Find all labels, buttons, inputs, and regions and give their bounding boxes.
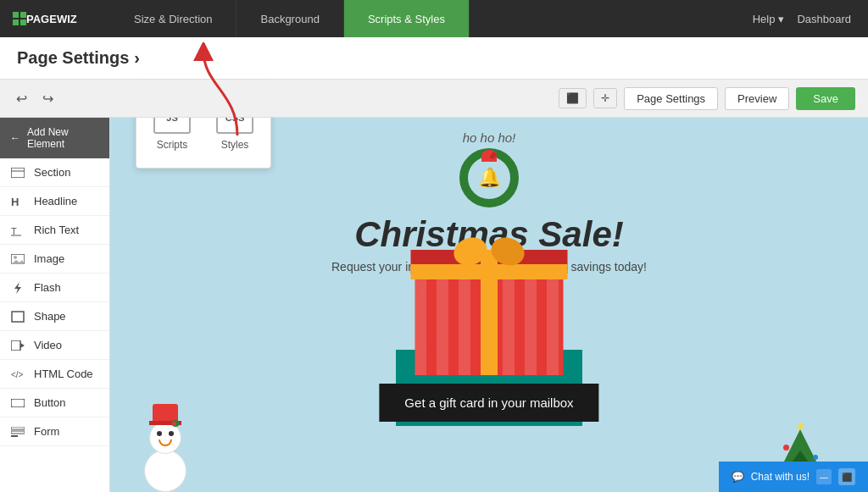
sidebar-item-flash[interactable]: Flash (0, 274, 109, 302)
bell-icon: 🔔 (478, 167, 501, 189)
crop-button[interactable]: ✛ (593, 88, 617, 108)
sidebar-item-form[interactable]: Form (0, 417, 109, 446)
top-nav: PAGEWIZ Size & Direction Background Scri… (0, 0, 868, 37)
svg-rect-5 (11, 168, 25, 178)
ho-ho-ho-text: ho ho ho! (463, 130, 516, 145)
sidebar: ← Add New Element Section H Headline T R… (0, 118, 110, 492)
sub-header: Page Settings › JS Scripts CSS Styles (0, 37, 868, 80)
chevron-down-icon: ▾ (778, 13, 784, 25)
breadcrumb-arrow: › (134, 48, 140, 68)
wreath-decoration: 🔔 (459, 148, 519, 209)
tree-star: ★ (795, 419, 806, 433)
chat-minimize-button[interactable]: — (816, 469, 832, 484)
snowman-eye-left (157, 431, 162, 436)
logo-text: PAGEWIZ (26, 13, 77, 25)
sidebar-item-shape[interactable]: Shape (0, 302, 109, 331)
svg-rect-17 (11, 399, 25, 407)
toolbar: ↩ ↪ ⬛ ✛ Page Settings Preview Save (0, 80, 868, 118)
gift-ribbon-horizontal (411, 264, 568, 279)
snowman-holly-berry (172, 422, 176, 426)
toolbar-right: ⬛ ✛ Page Settings Preview Save (559, 87, 855, 110)
main-area: ← Add New Element Section H Headline T R… (0, 118, 868, 492)
expand-icon: ⬛ (842, 473, 852, 482)
shape-icon (10, 311, 25, 323)
canvas-area: ho ho ho! 🔔 Christmas Sale! Request your… (110, 118, 868, 492)
form-icon (10, 426, 25, 438)
image-icon (10, 253, 25, 265)
svg-text:T: T (11, 226, 17, 236)
sidebar-item-rich-text[interactable]: T Rich Text (0, 216, 109, 245)
video-icon (10, 340, 25, 351)
scripts-label: Scripts (157, 139, 188, 151)
snowman (144, 422, 186, 492)
christmas-title: Christmas Sale! (354, 214, 623, 255)
add-new-element-button[interactable]: ← Add New Element (0, 118, 109, 158)
svg-rect-2 (13, 19, 19, 25)
page-settings-title: Page Settings › (17, 48, 140, 68)
svg-rect-20 (11, 435, 18, 437)
flash-icon (10, 282, 25, 294)
svg-rect-14 (11, 340, 20, 351)
section-icon (10, 167, 25, 179)
sidebar-item-video[interactable]: Video (0, 331, 109, 360)
nav-tab-background[interactable]: Background (236, 0, 343, 37)
svg-text:H: H (11, 196, 19, 207)
chat-expand-button[interactable]: ⬛ (838, 468, 855, 485)
sidebar-item-image[interactable]: Image (0, 245, 109, 274)
nav-right: Help ▾ Dashboard (736, 13, 868, 25)
cta-button[interactable]: Get a gift card in your mailbox (379, 384, 598, 422)
chat-bar[interactable]: 💬 Chat with us! — ⬛ (719, 462, 868, 492)
svg-rect-1 (20, 12, 26, 18)
button-icon (10, 397, 25, 409)
rich-text-icon: T (10, 224, 25, 236)
svg-marker-15 (20, 343, 25, 348)
canvas-content: ho ho ho! 🔔 Christmas Sale! Request your… (110, 118, 868, 492)
back-icon: ← (10, 132, 20, 144)
redo-button[interactable]: ↪ (39, 87, 57, 110)
svg-rect-19 (11, 431, 25, 434)
preview-button[interactable]: Preview (725, 87, 789, 110)
nav-tabs: Size & Direction Background Scripts & St… (110, 0, 736, 37)
nav-tab-scripts-styles[interactable]: Scripts & Styles (344, 0, 470, 37)
dashboard-button[interactable]: Dashboard (797, 13, 851, 25)
pagewiz-logo-icon (13, 12, 26, 25)
svg-marker-12 (14, 282, 21, 294)
sidebar-item-html-code[interactable]: </> HTML Code (0, 360, 109, 389)
headline-icon: H (10, 196, 25, 207)
sidebar-item-headline[interactable]: H Headline (0, 187, 109, 216)
save-button[interactable]: Save (796, 87, 855, 110)
svg-rect-3 (20, 19, 26, 25)
undo-button[interactable]: ↩ (13, 87, 31, 110)
page-settings-button[interactable]: Page Settings (624, 87, 718, 110)
html-code-icon: </> (10, 368, 25, 380)
gift-box: Get a gift card in your mailbox (387, 286, 591, 456)
chat-icon: 💬 (732, 471, 744, 483)
minimize-icon: — (820, 473, 828, 482)
svg-point-11 (14, 256, 17, 259)
logo: PAGEWIZ (0, 12, 110, 25)
svg-rect-18 (11, 427, 25, 429)
nav-tab-size-direction[interactable]: Size & Direction (110, 0, 236, 37)
sidebar-item-section[interactable]: Section (0, 158, 109, 187)
tree-ball-2 (813, 455, 818, 460)
styles-label: Styles (221, 139, 249, 151)
tree-ball-1 (783, 445, 789, 451)
svg-rect-13 (12, 312, 24, 322)
snowman-eye-right (169, 431, 174, 436)
layout-toggle-button[interactable]: ⬛ (559, 88, 587, 108)
svg-text:</>: </> (11, 370, 24, 379)
sidebar-item-button[interactable]: Button (0, 389, 109, 417)
snowman-body (144, 450, 186, 492)
snowman-smile (159, 439, 172, 446)
help-button[interactable]: Help ▾ (753, 13, 785, 25)
svg-rect-0 (13, 12, 19, 18)
